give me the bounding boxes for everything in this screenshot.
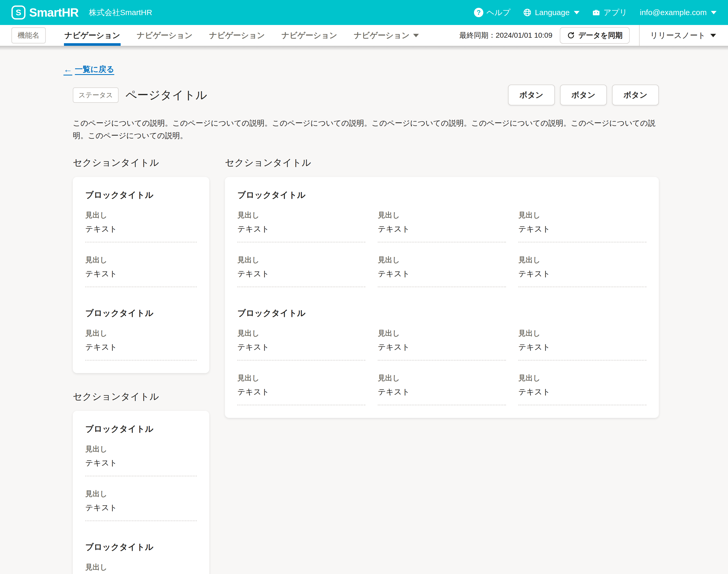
question-circle-icon: ?: [474, 8, 483, 17]
section-card: ブロックタイトル 見出し テキスト 見出し テキスト 見出し テキスト: [225, 177, 659, 418]
help-link[interactable]: ? ヘルプ: [474, 7, 510, 18]
section-title: セクションタイトル: [73, 156, 209, 169]
definition-item: 見出し テキスト: [378, 328, 506, 361]
page-description: このページについての説明。このページについての説明。このページについての説明。こ…: [73, 117, 659, 142]
left-column: セクションタイトル ブロックタイトル 見出し テキスト 見出し テキスト ブロッ…: [73, 156, 209, 574]
briefcase-icon: [592, 8, 600, 17]
definition-value: テキスト: [85, 342, 197, 353]
refresh-icon: [567, 32, 575, 39]
definition-term: 見出し: [237, 255, 365, 265]
definition-item: 見出し テキスト: [237, 255, 365, 287]
definition-value: テキスト: [85, 269, 197, 279]
definition-value: テキスト: [378, 269, 506, 279]
nav-tab-1[interactable]: ナビゲーション: [56, 25, 128, 46]
definition-value: テキスト: [378, 387, 506, 397]
definition-item: 見出し テキスト: [85, 255, 197, 287]
nav-tab-3[interactable]: ナビゲーション: [201, 25, 273, 46]
chevron-down-icon: [710, 34, 716, 37]
smarthr-logo[interactable]: S SmartHR: [11, 5, 79, 19]
nav-shadow: [0, 46, 728, 50]
header-left: S SmartHR 株式会社SmartHR: [11, 5, 152, 19]
section-2: セクションタイトル ブロックタイトル 見出し テキスト 見出し テキスト: [225, 156, 659, 418]
definition-value: テキスト: [237, 224, 365, 235]
nav-tab-label: ナビゲーション: [209, 30, 265, 41]
section-card: ブロックタイトル 見出し テキスト 見出し テキスト ブロックタイトル 見出し …: [73, 411, 209, 574]
block-title: ブロックタイトル: [237, 308, 646, 319]
language-menu[interactable]: Language: [523, 8, 579, 17]
nav-tab-4[interactable]: ナビゲーション: [273, 25, 346, 46]
definition-grid: 見出し テキスト 見出し テキスト 見出し テキスト 見出し: [237, 210, 646, 287]
definition-value: テキスト: [518, 224, 646, 235]
definition-term: 見出し: [85, 444, 197, 454]
definition-value: テキスト: [237, 387, 365, 397]
action-button-3[interactable]: ボタン: [612, 85, 659, 106]
chevron-down-icon: [574, 11, 580, 14]
definition-term: 見出し: [85, 328, 197, 338]
sync-data-label: データを同期: [579, 31, 623, 40]
nav-tabs: 機能名 ナビゲーション ナビゲーション ナビゲーション ナビゲーション ナビゲー…: [11, 25, 427, 46]
definition-value: テキスト: [85, 224, 197, 235]
sync-data-button[interactable]: データを同期: [560, 27, 630, 44]
back-link[interactable]: ← 一覧に戻る: [63, 64, 114, 75]
page-title: ページタイトル: [125, 87, 207, 103]
block-title: ブロックタイトル: [237, 190, 646, 201]
block-title: ブロックタイトル: [85, 541, 197, 553]
account-email: info@example.com: [640, 8, 707, 17]
definition-grid: 見出し テキスト 見出し テキスト 見出し テキスト 見出し: [237, 328, 646, 405]
globe-icon: [523, 8, 532, 17]
definition-value: テキスト: [518, 269, 646, 279]
app-header: S SmartHR 株式会社SmartHR ? ヘルプ Language: [0, 0, 728, 25]
apps-label: アプリ: [603, 7, 627, 18]
block-title: ブロックタイトル: [85, 190, 197, 201]
definition-item: 見出し テキスト: [378, 255, 506, 287]
definition-value: テキスト: [85, 458, 197, 468]
action-button-1[interactable]: ボタン: [508, 85, 555, 106]
definition-item: 見出し テキスト: [85, 489, 197, 521]
company-name: 株式会社SmartHR: [89, 7, 152, 18]
right-column: セクションタイトル ブロックタイトル 見出し テキスト 見出し テキスト: [225, 156, 659, 418]
definition-term: 見出し: [378, 373, 506, 383]
nav-tab-2[interactable]: ナビゲーション: [128, 25, 201, 46]
definition-item: 見出し テキスト: [85, 210, 197, 243]
back-link-label: 一覧に戻る: [75, 64, 114, 75]
definition-value: テキスト: [518, 342, 646, 353]
nav-tab-label: ナビゲーション: [282, 30, 337, 41]
nav-right: 最終同期：2024/01/01 10:09 データを同期 リリースノート: [459, 25, 728, 46]
definition-value: テキスト: [378, 342, 506, 353]
definition-term: 見出し: [237, 373, 365, 383]
definition-item: 見出し テキスト: [237, 373, 365, 405]
release-notes-link[interactable]: リリースノート: [640, 30, 728, 41]
main-content: ← 一覧に戻る ステータス ページタイトル ボタン ボタン ボタン このページに…: [0, 50, 728, 574]
page-actions: ボタン ボタン ボタン: [508, 85, 659, 106]
definition-item: 見出し テキスト: [85, 328, 197, 361]
definition-term: 見出し: [518, 210, 646, 220]
section-title: セクションタイトル: [225, 156, 659, 169]
definition-term: 見出し: [518, 373, 646, 383]
page-title-row: ステータス ページタイトル ボタン ボタン ボタン: [73, 85, 659, 106]
nav-tab-5[interactable]: ナビゲーション: [346, 25, 427, 46]
action-button-2[interactable]: ボタン: [560, 85, 607, 106]
definition-term: 見出し: [85, 489, 197, 499]
release-notes-label: リリースノート: [650, 30, 706, 41]
status-badge: ステータス: [73, 87, 119, 103]
definition-term: 見出し: [518, 328, 646, 338]
apps-link[interactable]: アプリ: [592, 7, 627, 18]
definition-item: 見出し テキスト: [378, 373, 506, 405]
nav-tab-label: ナビゲーション: [64, 30, 120, 41]
definition-value: テキスト: [518, 387, 646, 397]
definition-term: 見出し: [85, 562, 197, 572]
definition-item: 見出し テキスト: [237, 210, 365, 243]
account-menu[interactable]: info@example.com: [640, 8, 717, 17]
section-title: セクションタイトル: [73, 390, 209, 403]
chevron-down-icon: [413, 34, 419, 37]
feature-badge: 機能名: [11, 27, 46, 43]
definition-item: 見出し テキスト: [518, 255, 646, 287]
smarthr-logo-text: SmartHR: [29, 5, 79, 19]
definition-value: テキスト: [378, 224, 506, 235]
nav-tab-label: ナビゲーション: [137, 30, 192, 41]
definition-item: 見出し テキスト: [518, 373, 646, 405]
definition-term: 見出し: [237, 328, 365, 338]
section-3: セクションタイトル ブロックタイトル 見出し テキスト 見出し テキスト ブロッ…: [73, 390, 209, 574]
nav-tab-label: ナビゲーション: [354, 30, 410, 41]
header-right: ? ヘルプ Language アプリ info@example.com: [474, 7, 717, 18]
